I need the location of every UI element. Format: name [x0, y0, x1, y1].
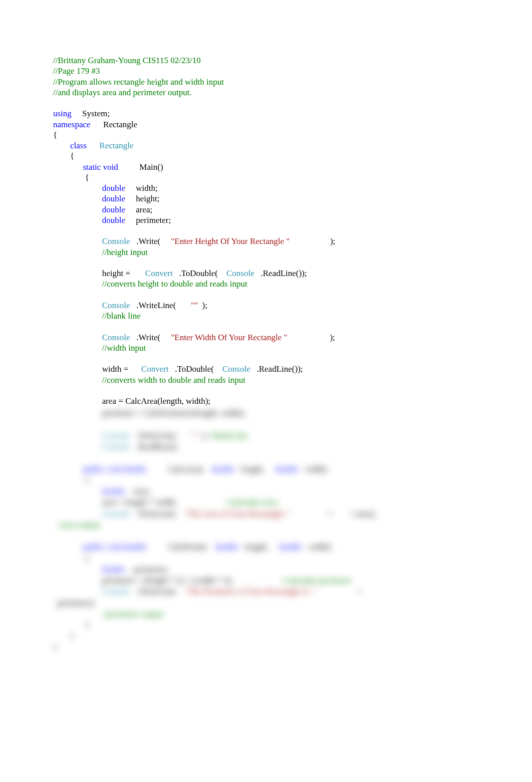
type-name: Console: [226, 269, 254, 278]
method-name: Main(): [118, 162, 163, 172]
code-line: public void double CalcArea( double leng…: [53, 463, 479, 474]
brace: }: [53, 642, 479, 653]
code-line: perimeter = CalcPerimeter(length, width)…: [53, 407, 479, 418]
close-paren: );: [287, 333, 335, 342]
code-line: perimeter = (height * 2) + (width * 2); …: [53, 575, 479, 586]
code-line: area = length * width; //calculate area: [53, 496, 479, 507]
brace: {: [53, 474, 479, 485]
code-line: width = Convert .ToDouble( Console .Read…: [53, 364, 479, 374]
comment-line: //Brittany Graham-Young CIS115 02/23/10: [53, 55, 479, 66]
blank-line: [53, 257, 479, 268]
code-line: double area;: [53, 485, 479, 496]
comment: //height input: [102, 247, 148, 257]
indent: [53, 141, 70, 150]
keyword: double: [102, 194, 125, 203]
blank-line: [53, 321, 479, 332]
brace: {: [53, 172, 479, 183]
brace: {: [53, 130, 479, 140]
method-call: .Write(: [130, 236, 171, 246]
indent: [53, 301, 102, 310]
code-line: class Rectangle: [53, 140, 479, 151]
comment-line: //Program allows rectangle height and wi…: [53, 77, 479, 87]
indent: [53, 215, 102, 225]
code-line: double width;: [53, 183, 479, 193]
method-call: .ReadLine());: [250, 364, 303, 374]
indent: [53, 183, 102, 193]
code-line: double perimeter;: [53, 215, 479, 225]
keyword: double: [102, 215, 125, 225]
close-paren: );: [198, 301, 207, 310]
comment: //area output: [53, 519, 479, 530]
code-line: Console .Write( "Enter Width Of Your Rec…: [53, 332, 479, 343]
blank-line: [53, 290, 479, 300]
identifier: System;: [72, 109, 110, 118]
indent: [53, 162, 83, 172]
comment-line: //Page 179 #3: [53, 66, 479, 76]
code-line: Console .ReadKey();: [53, 441, 479, 452]
keyword: double: [102, 183, 125, 193]
type-name: Convert: [145, 269, 173, 278]
keyword: using: [53, 109, 72, 118]
code-line: Console .WriteLine( "The Area of Your Re…: [53, 508, 479, 519]
code-line: perimeter);: [53, 597, 479, 608]
type-name: Console: [102, 333, 130, 342]
keyword: static void: [83, 162, 118, 172]
type-name: Console: [222, 364, 250, 374]
code-line: //converts height to double and reads in…: [53, 279, 479, 289]
keyword: double: [102, 205, 125, 214]
method-call: .ReadLine());: [254, 269, 307, 278]
blank-line: [53, 353, 479, 364]
code-line: double height;: [53, 193, 479, 204]
close-paren: );: [290, 236, 335, 246]
code-line: Console .Write( "Enter Height Of Your Re…: [53, 236, 479, 246]
code-line: //perimeter output: [53, 608, 479, 619]
code-line: height = Convert .ToDouble( Console .Rea…: [53, 268, 479, 279]
identifier: height;: [125, 194, 159, 203]
comment: //converts height to double and reads in…: [102, 279, 247, 289]
type-name: Console: [102, 236, 130, 246]
identifier: perimeter;: [125, 215, 171, 225]
blurred-preview-region: perimeter = CalcPerimeter(length, width)…: [53, 407, 479, 653]
indent: [53, 396, 102, 406]
blank-line: [53, 419, 479, 430]
method-call: .ToDouble(: [169, 364, 222, 374]
indent: [53, 236, 102, 246]
indent: [53, 247, 102, 257]
code-line: Console .WriteLine( "" ); //blank line: [53, 430, 479, 441]
code-line: //converts width to double and reads inp…: [53, 375, 479, 385]
keyword: namespace: [53, 120, 91, 129]
brace: {: [53, 553, 479, 564]
identifier: area;: [125, 205, 152, 214]
brace: }: [53, 630, 479, 641]
blank-line: [53, 225, 479, 236]
code-line: //width input: [53, 343, 479, 353]
code-document: //Brittany Graham-Young CIS115 02/23/10 …: [53, 55, 479, 653]
code-line: namespace Rectangle: [53, 119, 479, 130]
brace: }: [53, 619, 479, 630]
method-call: .ToDouble(: [173, 269, 226, 278]
comment: //width input: [102, 343, 146, 353]
code-line: static void Main(): [53, 162, 479, 172]
indent: [53, 343, 102, 353]
code-line: Console .WriteLine( "The Perimeter of Yo…: [53, 586, 479, 597]
type-name: Convert: [141, 364, 169, 374]
string-literal: "": [191, 301, 198, 310]
code-line: double area;: [53, 204, 479, 215]
indent: [53, 205, 102, 214]
indent: [53, 194, 102, 203]
keyword: class: [70, 141, 87, 150]
code-line: Console .WriteLine( "" );: [53, 300, 479, 311]
indent: [53, 279, 102, 289]
assignment: height =: [102, 269, 145, 278]
identifier: width;: [125, 183, 158, 193]
blank-line: [53, 530, 479, 541]
string-literal: "Enter Width Of Your Rectangle ": [171, 333, 287, 342]
statement: area = CalcArea(length, width);: [102, 396, 210, 406]
code-line: //height input: [53, 247, 479, 257]
comment: //converts width to double and reads inp…: [102, 375, 245, 385]
type-name: Rectangle: [87, 141, 133, 150]
identifier: Rectangle: [91, 120, 137, 129]
type-name: Console: [102, 301, 130, 310]
code-line: public void double CalcPerim( double len…: [53, 541, 479, 552]
brace: {: [53, 151, 479, 161]
